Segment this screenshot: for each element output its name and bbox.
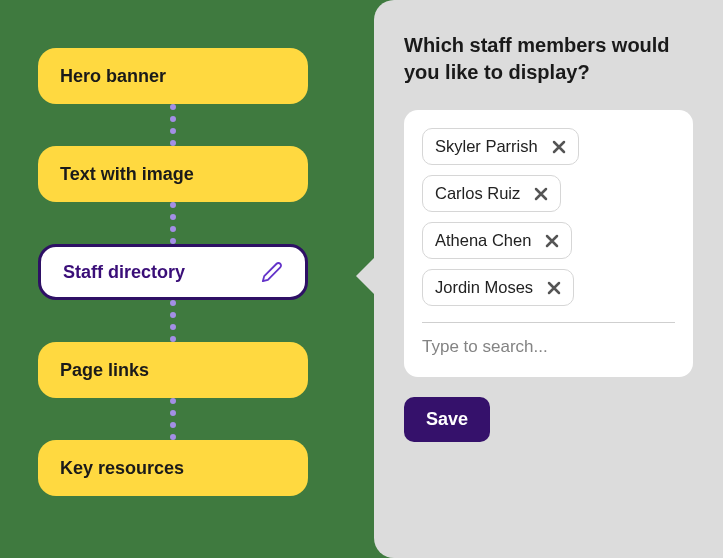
block-label: Text with image bbox=[60, 164, 194, 185]
block-label: Staff directory bbox=[63, 262, 185, 283]
block-staff-directory[interactable]: Staff directory bbox=[38, 244, 308, 300]
close-icon[interactable] bbox=[547, 281, 561, 295]
staff-chip[interactable]: Carlos Ruiz bbox=[422, 175, 561, 212]
staff-chip[interactable]: Skyler Parrish bbox=[422, 128, 579, 165]
chip-label: Carlos Ruiz bbox=[435, 184, 520, 203]
block-text-with-image[interactable]: Text with image bbox=[38, 146, 308, 202]
config-panel: Which staff members would you like to di… bbox=[374, 0, 723, 558]
blocks-list: Hero banner Text with image Staff direct… bbox=[38, 48, 308, 496]
panel-pointer-icon bbox=[356, 258, 374, 294]
staff-chip[interactable]: Jordin Moses bbox=[422, 269, 574, 306]
panel-title: Which staff members would you like to di… bbox=[404, 32, 693, 86]
connector bbox=[170, 202, 176, 244]
selected-chips: Skyler Parrish Carlos Ruiz Athena Chen J… bbox=[422, 128, 675, 306]
search-input[interactable] bbox=[422, 337, 675, 357]
connector bbox=[170, 300, 176, 342]
close-icon[interactable] bbox=[534, 187, 548, 201]
block-label: Page links bbox=[60, 360, 149, 381]
block-page-links[interactable]: Page links bbox=[38, 342, 308, 398]
block-hero-banner[interactable]: Hero banner bbox=[38, 48, 308, 104]
staff-selector-card: Skyler Parrish Carlos Ruiz Athena Chen J… bbox=[404, 110, 693, 377]
connector bbox=[170, 398, 176, 440]
pencil-icon[interactable] bbox=[261, 261, 283, 283]
staff-chip[interactable]: Athena Chen bbox=[422, 222, 572, 259]
chip-label: Athena Chen bbox=[435, 231, 531, 250]
block-key-resources[interactable]: Key resources bbox=[38, 440, 308, 496]
block-label: Hero banner bbox=[60, 66, 166, 87]
save-button[interactable]: Save bbox=[404, 397, 490, 442]
connector bbox=[170, 104, 176, 146]
chip-label: Skyler Parrish bbox=[435, 137, 538, 156]
divider bbox=[422, 322, 675, 323]
block-label: Key resources bbox=[60, 458, 184, 479]
chip-label: Jordin Moses bbox=[435, 278, 533, 297]
close-icon[interactable] bbox=[545, 234, 559, 248]
close-icon[interactable] bbox=[552, 140, 566, 154]
